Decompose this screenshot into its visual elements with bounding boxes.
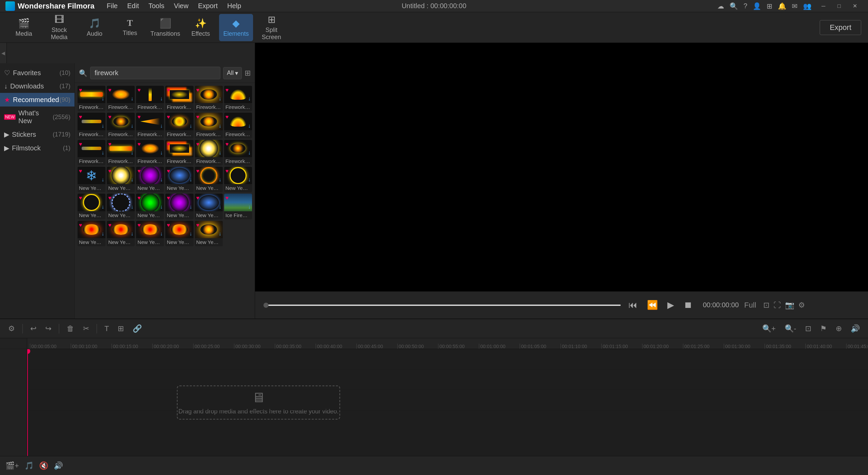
download-icon-22[interactable]: ↓ [189, 177, 192, 183]
bell-icon[interactable]: 🔔 [778, 2, 786, 10]
minimize-button[interactable]: ─ [816, 0, 831, 12]
download-icon-11[interactable]: ↓ [219, 123, 221, 129]
download-icon-28[interactable]: ↓ [189, 204, 192, 210]
sidebar-item-recommended[interactable]: ★ Recommended (90) [0, 93, 74, 107]
grid-item-24[interactable]: ♥↓New Year Fireworks Ele... [224, 167, 252, 192]
grid-item-21[interactable]: ♥↓New Year Fireworks Ele... [136, 167, 164, 192]
heart-icon-16[interactable]: ♥ [167, 141, 170, 147]
heart-icon-29[interactable]: ♥ [196, 195, 200, 201]
menu-help[interactable]: Help [223, 1, 245, 11]
heart-icon-25[interactable]: ♥ [79, 195, 82, 201]
grid-item-28[interactable]: ♥↓New Year Fireworks Ele... [165, 194, 193, 219]
heart-icon-7[interactable]: ♥ [79, 114, 82, 120]
grid-item-35[interactable]: ♥↓New Year Fireworks Ele... [195, 221, 223, 246]
heart-icon-31[interactable]: ♥ [79, 222, 82, 228]
heart-icon-21[interactable]: ♥ [137, 168, 141, 174]
sidebar-item-filmstock[interactable]: ▶ Filmstock (1) [0, 141, 74, 155]
heart-icon-15[interactable]: ♥ [137, 141, 141, 147]
grid-item-13[interactable]: ♥↓Firework Effect Element... [78, 140, 105, 165]
toolbar-audio[interactable]: 🎵 Audio [78, 14, 112, 41]
download-icon-4[interactable]: ↓ [189, 96, 192, 102]
download-icon-25[interactable]: ↓ [101, 204, 104, 210]
download-icon-1[interactable]: ↓ [101, 96, 104, 102]
menu-file[interactable]: File [103, 1, 122, 11]
tl-settings-button[interactable]: ⚙ [5, 323, 18, 334]
tl-marker-button[interactable]: ⚑ [817, 323, 830, 334]
tl-link-button[interactable]: 🔗 [130, 323, 145, 334]
download-icon-14[interactable]: ↓ [131, 150, 133, 156]
grid-item-25[interactable]: ♥↓New Year Fireworks Ele... [78, 194, 105, 219]
heart-icon-8[interactable]: ♥ [108, 114, 112, 120]
tl-audio-button[interactable]: 🔊 [848, 323, 863, 334]
heart-icon-26[interactable]: ♥ [108, 195, 112, 201]
grid-item-10[interactable]: ♥↓Firework Effect Element... [165, 113, 193, 138]
cloud-icon[interactable]: ☁ [717, 2, 724, 10]
fullscreen-icon[interactable]: ⛶ [773, 301, 781, 310]
grid-item-14[interactable]: ♥↓Firework Effect Element... [107, 140, 135, 165]
tl-group-button[interactable]: ⊞ [115, 323, 127, 334]
grid-item-12[interactable]: ♥↓Firework Effect Element... [224, 113, 252, 138]
download-icon-33[interactable]: ↓ [160, 231, 163, 237]
bt-volume-button[interactable]: 🔊 [54, 461, 63, 470]
download-icon-9[interactable]: ↓ [160, 123, 163, 129]
heart-icon-28[interactable]: ♥ [167, 195, 170, 201]
sidebar-item-favorites[interactable]: ♡ Favorites (10) [0, 66, 74, 80]
toolbar-media[interactable]: 🎬 Media [7, 14, 41, 41]
play-button[interactable]: ▶ [665, 298, 676, 312]
download-icon-3[interactable]: ↓ [160, 96, 163, 102]
toolbar-splitscreen[interactable]: ⊞ Split Screen [254, 14, 288, 41]
toolbar-stock-media[interactable]: 🎞 Stock Media [42, 14, 76, 41]
download-icon-12[interactable]: ↓ [248, 123, 251, 129]
heart-icon-17[interactable]: ♥ [196, 141, 200, 147]
grid-item-31[interactable]: ♥↓New Year Fireworks Ele... [78, 221, 105, 246]
panel-collapse-button[interactable]: ◀ [0, 43, 7, 63]
heart-icon-34[interactable]: ♥ [167, 222, 170, 228]
sidebar-item-whatsnew[interactable]: NEW What's New (2556) [0, 107, 74, 128]
download-icon-15[interactable]: ↓ [160, 150, 163, 156]
grid-item-4[interactable]: ♥↓Firework Effect Element... [165, 86, 193, 111]
toolbar-titles[interactable]: T Titles [113, 14, 147, 41]
download-icon-35[interactable]: ↓ [219, 231, 221, 237]
bt-add-video-button[interactable]: 🎬+ [5, 461, 19, 470]
grid-view-toggle[interactable]: ⊞ [245, 69, 251, 78]
download-icon-18[interactable]: ↓ [248, 150, 251, 156]
heart-icon-22[interactable]: ♥ [167, 168, 170, 174]
download-icon-23[interactable]: ↓ [219, 177, 221, 183]
export-button[interactable]: Export [820, 20, 861, 35]
heart-icon-6[interactable]: ♥ [226, 87, 229, 93]
download-icon-6[interactable]: ↓ [248, 96, 251, 102]
grid-item-8[interactable]: ♥↓Firework Effect Element... [107, 113, 135, 138]
grid-item-3[interactable]: ♥↓Firework Effect Element... [136, 86, 164, 111]
grid-item-15[interactable]: ♥↓Firework Effect Element... [136, 140, 164, 165]
tl-delete-button[interactable]: 🗑 [64, 323, 77, 334]
toolbar-effects[interactable]: ✨ Effects [184, 14, 218, 41]
sidebar-item-downloads[interactable]: ↓ Downloads (17) [0, 80, 74, 93]
grid-item-6[interactable]: ♥↓Firework Effect Element... [224, 86, 252, 111]
grid-item-5[interactable]: ♥↓Firework Effect Element... [195, 86, 223, 111]
search-icon[interactable]: 🔍 [730, 2, 738, 10]
prev-frame-button[interactable]: ⏮ [627, 298, 639, 312]
avatar-icon[interactable]: 👤 [753, 2, 761, 10]
grid-item-22[interactable]: ♥↓New Year Fireworks Ele... [165, 167, 193, 192]
download-icon-34[interactable]: ↓ [189, 231, 192, 237]
heart-icon-33[interactable]: ♥ [137, 222, 141, 228]
settings-icon[interactable]: ⚙ [798, 301, 805, 310]
download-icon-17[interactable]: ↓ [219, 150, 221, 156]
tl-cut-button[interactable]: ✂ [80, 323, 92, 334]
download-icon-16[interactable]: ↓ [189, 150, 192, 156]
grid-item-1[interactable]: ♥↓Firework Effect Element... [78, 86, 105, 111]
download-icon-20[interactable]: ↓ [131, 177, 133, 183]
heart-icon-9[interactable]: ♥ [137, 114, 141, 120]
menu-edit[interactable]: Edit [123, 1, 143, 11]
heart-icon-2[interactable]: ♥ [108, 87, 112, 93]
grid-item-29[interactable]: ♥↓New Year Fireworks Ele... [195, 194, 223, 219]
preview-seekbar[interactable] [263, 305, 621, 306]
question-icon[interactable]: ? [744, 2, 747, 10]
close-button[interactable]: ✕ [847, 0, 863, 12]
filter-dropdown[interactable]: All ▾ [223, 67, 242, 79]
tl-redo-button[interactable]: ↪ [43, 323, 54, 334]
heart-icon-30[interactable]: ♥ [226, 195, 229, 201]
apps-icon[interactable]: ⊞ [767, 2, 772, 10]
snapshot-icon[interactable]: 📷 [785, 301, 794, 310]
grid-item-2[interactable]: ♥↓Firework Effect Element... [107, 86, 135, 111]
